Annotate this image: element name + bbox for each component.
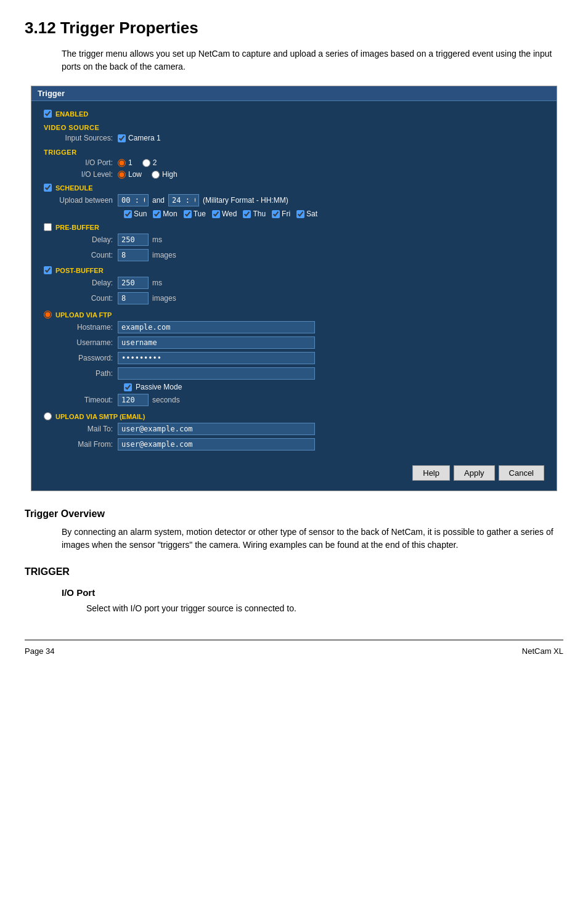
high-radio[interactable] — [152, 171, 160, 179]
schedule-checkbox[interactable] — [44, 184, 52, 192]
day-tue-checkbox[interactable] — [184, 210, 192, 218]
trigger-section-heading: TRIGGER — [25, 566, 563, 577]
product-label: NetCam XL — [522, 646, 563, 656]
username-label: Username: — [44, 338, 118, 347]
upload-smtp-section: UPLOAD VIA SMTP (EMAIL) — [44, 412, 544, 420]
pre-delay-row: Delay: ms — [44, 234, 544, 246]
button-row: Help Apply Cancel — [44, 460, 544, 481]
passive-mode-row: Passive Mode — [124, 383, 544, 391]
path-input[interactable] — [118, 367, 315, 380]
passive-mode-checkbox[interactable] — [124, 383, 132, 391]
time-start-input[interactable] — [118, 194, 149, 206]
day-tue-label: Tue — [194, 210, 206, 218]
timeout-row: Timeout: seconds — [44, 394, 544, 406]
low-radio[interactable] — [118, 171, 126, 179]
io-level-radio-group: Low High — [118, 170, 178, 179]
high-radio-item: High — [152, 170, 178, 179]
hostname-row: Hostname: — [44, 321, 544, 333]
pre-count-row: Count: images — [44, 249, 544, 261]
port1-radio[interactable] — [118, 159, 126, 167]
upload-smtp-radio[interactable] — [44, 412, 52, 420]
post-delay-input[interactable] — [118, 277, 149, 289]
mail-from-row: Mail From: — [44, 438, 544, 450]
post-count-unit: images — [152, 294, 176, 303]
low-radio-item: Low — [118, 170, 142, 179]
io-port-heading: I/O Port — [62, 587, 563, 598]
port2-radio-item: 2 — [142, 158, 157, 167]
password-input[interactable] — [118, 352, 315, 364]
day-wed-checkbox[interactable] — [212, 210, 220, 218]
input-sources-label: Input Sources: — [44, 134, 118, 142]
io-level-label: I/O Level: — [44, 170, 118, 179]
mail-to-label: Mail To: — [44, 425, 118, 433]
day-fri-label: Fri — [282, 210, 290, 218]
upload-between-row: Upload between and (Military Format - HH… — [44, 194, 544, 206]
mail-from-label: Mail From: — [44, 440, 118, 449]
day-thu-checkbox[interactable] — [243, 210, 251, 218]
day-wed: Wed — [212, 210, 237, 218]
io-level-row: I/O Level: Low High — [44, 170, 544, 179]
upload-smtp-label: UPLOAD VIA SMTP (EMAIL) — [55, 413, 145, 420]
upload-ftp-radio[interactable] — [44, 311, 52, 319]
trigger-overview-heading: Trigger Overview — [25, 508, 563, 520]
page-label: Page 34 — [25, 646, 54, 656]
day-fri: Fri — [272, 210, 290, 218]
io-port-radio-group: 1 2 — [118, 158, 157, 167]
day-sun-label: Sun — [134, 210, 147, 218]
camera1-checkbox[interactable] — [118, 134, 126, 142]
upload-ftp-section: UPLOAD VIA FTP — [44, 311, 544, 319]
schedule-section: SCHEDULE — [44, 184, 544, 192]
post-buffer-label: POST-BUFFER — [55, 267, 104, 274]
camera1-checkbox-item: Camera 1 — [118, 134, 161, 142]
password-row: Password: — [44, 352, 544, 364]
pre-count-input[interactable] — [118, 249, 149, 261]
io-port-text: Select with I/O port your trigger source… — [86, 601, 563, 615]
day-tue: Tue — [184, 210, 206, 218]
port1-label: 1 — [128, 158, 133, 167]
low-label: Low — [128, 170, 142, 179]
day-wed-label: Wed — [222, 210, 237, 218]
post-delay-row: Delay: ms — [44, 277, 544, 289]
pre-buffer-checkbox[interactable] — [44, 223, 52, 231]
day-sat-checkbox[interactable] — [296, 210, 304, 218]
pre-buffer-section: PRE-BUFFER — [44, 223, 544, 231]
mail-to-row: Mail To: — [44, 423, 544, 435]
pre-delay-label: Delay: — [44, 235, 118, 244]
path-label: Path: — [44, 369, 118, 378]
day-mon-label: Mon — [163, 210, 177, 218]
post-count-label: Count: — [44, 294, 118, 303]
pre-delay-unit: ms — [152, 235, 162, 244]
apply-button[interactable]: Apply — [454, 465, 495, 481]
port1-radio-item: 1 — [118, 158, 133, 167]
username-input[interactable] — [118, 336, 315, 349]
days-row: Sun Mon Tue Wed Thu — [124, 210, 544, 218]
high-label: High — [162, 170, 178, 179]
video-source-label: VIDEO SOURCE — [44, 124, 544, 131]
timeout-unit: seconds — [152, 396, 180, 404]
port2-radio[interactable] — [142, 159, 150, 167]
mail-from-input[interactable] — [118, 438, 315, 450]
enabled-row: ENABLED — [44, 110, 544, 118]
day-sun-checkbox[interactable] — [124, 210, 132, 218]
port2-label: 2 — [153, 158, 157, 167]
post-count-input[interactable] — [118, 292, 149, 304]
cancel-button[interactable]: Cancel — [499, 465, 544, 481]
enabled-checkbox[interactable] — [44, 110, 52, 118]
timeout-input[interactable] — [118, 394, 149, 406]
day-sat: Sat — [296, 210, 317, 218]
time-end-input[interactable] — [168, 194, 199, 206]
day-thu: Thu — [243, 210, 266, 218]
day-sat-label: Sat — [306, 210, 317, 218]
day-mon-checkbox[interactable] — [153, 210, 161, 218]
help-button[interactable]: Help — [412, 465, 450, 481]
pre-delay-input[interactable] — [118, 234, 149, 246]
military-format-label: (Military Format - HH:MM) — [203, 196, 288, 205]
mail-to-input[interactable] — [118, 423, 315, 435]
upload-ftp-label: UPLOAD VIA FTP — [55, 311, 112, 319]
day-fri-checkbox[interactable] — [272, 210, 280, 218]
post-buffer-checkbox[interactable] — [44, 266, 52, 274]
pre-buffer-label: PRE-BUFFER — [55, 224, 99, 231]
post-delay-label: Delay: — [44, 279, 118, 287]
password-label: Password: — [44, 354, 118, 362]
hostname-input[interactable] — [118, 321, 315, 333]
